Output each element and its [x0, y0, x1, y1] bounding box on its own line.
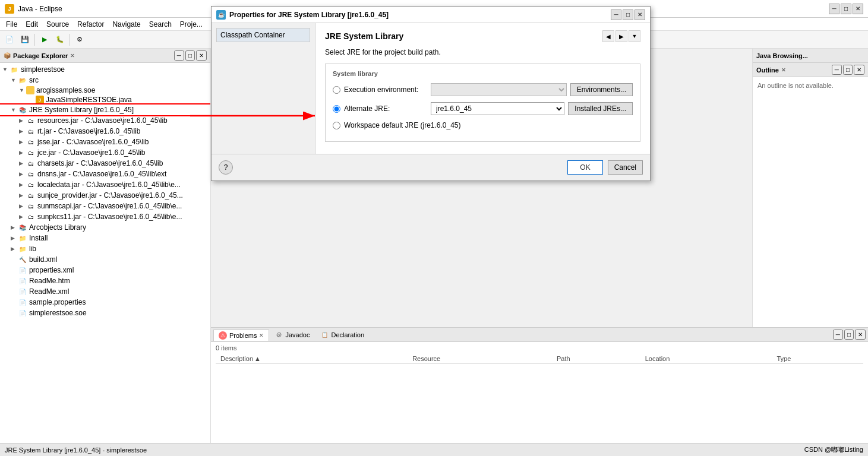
dialog-minimize-btn[interactable]: ─ — [611, 10, 621, 20]
col-location[interactable]: Location — [640, 354, 772, 364]
radio-workspace-default[interactable] — [333, 122, 340, 129]
java-file-icon: J — [36, 96, 44, 104]
tree-item-localedata-jar[interactable]: ▶ 🗂 localedata.jar - C:\Javasoe\jre1.6.0… — [0, 179, 210, 190]
nav-back-btn[interactable]: ◀ — [602, 30, 614, 42]
execution-env-select[interactable] — [431, 83, 567, 96]
debug-button[interactable]: 🐛 — [53, 33, 67, 47]
tree-item-soe-file[interactable]: ▶ 📄 simplerestsoe.soe — [0, 308, 210, 318]
tree-item-arcgissamples[interactable]: ▼ arcgissamples.soe — [0, 86, 210, 95]
save-button[interactable]: 💾 — [18, 33, 32, 47]
tab-javadoc-label: Javadoc — [285, 331, 310, 338]
col-resource[interactable]: Resource — [408, 354, 552, 364]
new-button[interactable]: 📄 — [2, 33, 17, 47]
tree-item-arcobjects[interactable]: ▶ 📚 Arcobjects Library — [0, 222, 210, 233]
nav-dropdown-btn[interactable]: ▼ — [629, 30, 640, 42]
tree-item-lib[interactable]: ▶ 📁 lib — [0, 243, 210, 254]
col-path[interactable]: Path — [552, 354, 640, 364]
tree-item-rt-jar[interactable]: ▶ 🗂 rt.jar - C:\Javasoe\jre1.6.0_45\lib — [0, 126, 210, 137]
panel-close-btn[interactable]: ✕ — [196, 50, 207, 61]
table-header-row: Description ▲ Resource Path — [216, 354, 863, 364]
panel-maximize-btn[interactable]: □ — [185, 50, 195, 61]
menu-source[interactable]: Source — [43, 19, 72, 30]
soe-file-icon: 📄 — [18, 308, 27, 318]
cancel-button[interactable]: Cancel — [608, 160, 643, 175]
package-explorer-title: Package Explorer — [13, 52, 68, 59]
dialog-maximize-btn[interactable]: □ — [623, 10, 633, 20]
environments-button[interactable]: Environments... — [570, 83, 633, 96]
eclipse-window: J Java - Eclipse ─ □ ✕ File Edit Source … — [0, 0, 868, 456]
dialog-icon: ☕ — [216, 10, 226, 20]
tree-item-src[interactable]: ▼ 📂 src — [0, 75, 210, 86]
menu-search[interactable]: Search — [146, 19, 175, 30]
maximize-button[interactable]: □ — [841, 4, 851, 14]
menu-edit[interactable]: Edit — [22, 19, 42, 30]
run-button[interactable]: ▶ — [37, 33, 52, 47]
tree-item-java-file[interactable]: ▶ J JavaSimpleRESTSOE.java — [0, 95, 210, 104]
ok-button[interactable]: OK — [567, 160, 602, 175]
item-count: 0 items — [216, 344, 863, 352]
tree-item-resources-jar[interactable]: ▶ 🗂 resources.jar - C:\Javasoe\jre1.6.0_… — [0, 115, 210, 126]
outline-close-btn[interactable]: ✕ — [854, 65, 864, 75]
tree-item-simplerestsoe[interactable]: ▼ 📁 simplerestsoe — [0, 64, 210, 75]
tree-item-properties-xml[interactable]: ▶ 📄 properties.xml — [0, 265, 210, 276]
tree-arrow-arcgissamples: ▼ — [19, 87, 26, 93]
tree-item-sunjce-jar[interactable]: ▶ 🗂 sunjce_provider.jar - C:\Javasoe\jre… — [0, 190, 210, 201]
readme-xml-icon: 📄 — [18, 287, 27, 296]
tab-javadoc[interactable]: @ Javadoc — [269, 329, 315, 340]
alternate-jre-select[interactable]: jre1.6.0_45 — [431, 102, 564, 115]
tree-item-readme-xml[interactable]: ▶ 📄 ReadMe.xml — [0, 286, 210, 297]
tree-item-sunpkcs-jar[interactable]: ▶ 🗂 sunpkcs11.jar - C:\Javasoe\jre1.6.0_… — [0, 211, 210, 222]
status-left: JRE System Library [jre1.6.0_45] - simpl… — [5, 446, 147, 454]
external-tools-button[interactable]: ⚙ — [72, 33, 87, 47]
tree-arrow-dnsns: ▶ — [19, 171, 26, 177]
tree-arrow-install: ▶ — [11, 235, 18, 241]
close-button[interactable]: ✕ — [853, 4, 863, 14]
tab-declaration[interactable]: 📋 Declaration — [315, 329, 370, 340]
dialog-close-btn[interactable]: ✕ — [635, 10, 645, 20]
nav-forward-btn[interactable]: ▶ — [616, 30, 627, 42]
help-button[interactable]: ? — [219, 160, 233, 175]
window-title: Java - Eclipse — [18, 5, 62, 13]
package-explorer: 📦 Package Explorer ✕ ─ □ ✕ ▼ 📁 simpleres… — [0, 49, 211, 443]
dialog-title: Properties for JRE System Library [jre1.… — [229, 11, 389, 19]
lib-folder-icon: 📁 — [18, 244, 27, 254]
radio-execution-env[interactable] — [333, 86, 340, 94]
classpath-container-item[interactable]: Classpath Container — [216, 28, 310, 42]
javadoc-icon: @ — [274, 331, 283, 339]
tree-item-jre-library[interactable]: ▼ 📚 JRE System Library [jre1.6.0_45] — [0, 104, 210, 115]
panel-minimize-btn[interactable]: ─ — [174, 50, 184, 61]
col-type[interactable]: Type — [772, 354, 864, 364]
installed-jres-button[interactable]: Installed JREs... — [568, 102, 633, 115]
java-browsing-header: Java Browsing... — [753, 49, 868, 63]
tree-item-dnsns-jar[interactable]: ▶ 🗂 dnsns.jar - C:\Javasoe\jre1.6.0_45\l… — [0, 169, 210, 179]
menu-navigate[interactable]: Navigate — [109, 19, 144, 30]
tree-item-readme-htm[interactable]: ▶ 📄 ReadMe.htm — [0, 276, 210, 286]
tree-label-java-file: JavaSimpleRESTSOE.java — [46, 96, 132, 104]
bottom-maximize-btn[interactable]: □ — [844, 330, 854, 340]
workspace-default-label: Workspace default JRE (jre1.6.0_45) — [344, 121, 461, 129]
minimize-button[interactable]: ─ — [829, 4, 839, 14]
tree-item-install[interactable]: ▶ 📁 Install — [0, 233, 210, 243]
outline-close-x: ✕ — [781, 67, 786, 73]
col-description[interactable]: Description ▲ — [216, 354, 408, 364]
tree-label-install: Install — [29, 234, 48, 242]
tree-item-sample-properties[interactable]: ▶ 📄 sample.properties — [0, 297, 210, 308]
tree-label-src: src — [29, 76, 39, 84]
bottom-close-btn[interactable]: ✕ — [855, 330, 866, 340]
tree-item-build-xml[interactable]: ▶ 🔨 build.xml — [0, 254, 210, 265]
outline-minimize-btn[interactable]: ─ — [832, 65, 842, 75]
menu-file[interactable]: File — [2, 19, 21, 30]
tree-item-jsse-jar[interactable]: ▶ 🗂 jsse.jar - C:\Javasoe\jre1.6.0_45\li… — [0, 137, 210, 147]
tree-label-readme-htm: ReadMe.htm — [29, 277, 70, 285]
menu-project[interactable]: Proje... — [176, 19, 206, 30]
tab-problems[interactable]: ⚠ Problems ✕ — [213, 330, 269, 341]
jar-icon-sunmscapi: 🗂 — [26, 201, 36, 211]
tree-item-jce-jar[interactable]: ▶ 🗂 jce.jar - C:\Javasoe\jre1.6.0_45\lib — [0, 147, 210, 158]
radio-alternate-jre[interactable] — [333, 105, 340, 113]
tree-item-charsets-jar[interactable]: ▶ 🗂 charsets.jar - C:\Javasoe\jre1.6.0_4… — [0, 158, 210, 169]
tab-problems-close[interactable]: ✕ — [259, 332, 264, 338]
menu-refactor[interactable]: Refactor — [74, 19, 108, 30]
bottom-minimize-btn[interactable]: ─ — [833, 330, 843, 340]
outline-maximize-btn[interactable]: □ — [843, 65, 853, 75]
tree-item-sunmscapi-jar[interactable]: ▶ 🗂 sunmscapi.jar - C:\Javasoe\jre1.6.0_… — [0, 201, 210, 211]
